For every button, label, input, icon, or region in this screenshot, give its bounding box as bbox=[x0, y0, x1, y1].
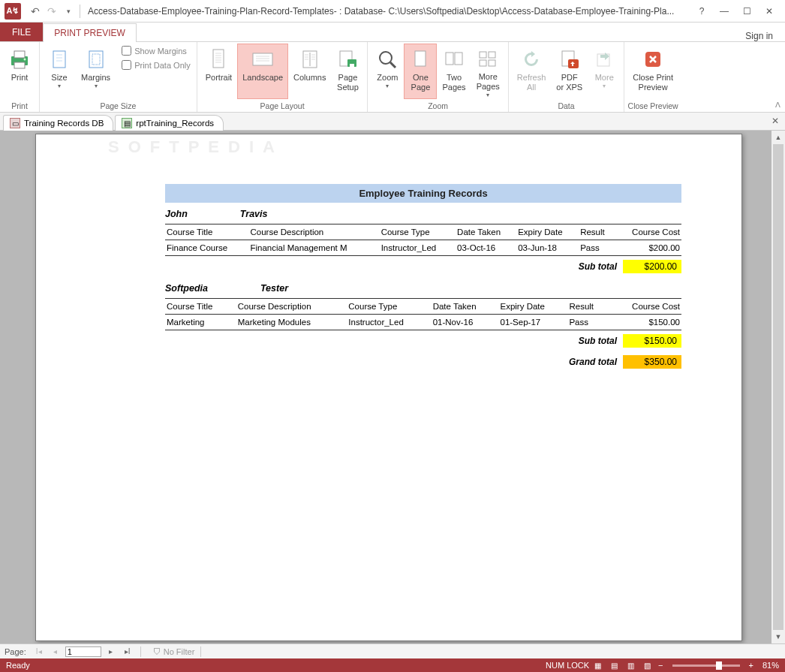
records-table: Course Title Course Description Course T… bbox=[165, 224, 681, 256]
landscape-button[interactable]: Landscape bbox=[237, 44, 288, 99]
print-label: Print bbox=[11, 73, 29, 83]
prev-page-button[interactable]: ◂ bbox=[49, 646, 62, 658]
two-pages-button[interactable]: Two Pages bbox=[437, 44, 471, 99]
subtotal-value: $200.00 bbox=[623, 260, 681, 273]
ribbon-tabstrip: FILE PRINT PREVIEW Sign in bbox=[0, 23, 785, 42]
subtotal-row: Sub total $200.00 bbox=[165, 256, 681, 277]
show-margins-checkbox[interactable]: Show Margins bbox=[119, 44, 194, 58]
help-button[interactable]: ? bbox=[690, 3, 713, 20]
svg-rect-5 bbox=[89, 51, 103, 68]
zoom-thumb[interactable] bbox=[716, 661, 722, 670]
size-button[interactable]: Size▾ bbox=[43, 44, 76, 99]
zoom-button[interactable]: Zoom▾ bbox=[371, 44, 404, 99]
minimize-button[interactable]: — bbox=[713, 3, 735, 20]
svg-rect-19 bbox=[480, 52, 486, 58]
view-design-button[interactable]: ▧ bbox=[639, 659, 655, 671]
page-number-input[interactable] bbox=[65, 646, 101, 657]
print-data-only-checkbox[interactable]: Print Data Only bbox=[119, 58, 194, 72]
view-layout-button[interactable]: ▥ bbox=[622, 659, 639, 671]
close-preview-button[interactable]: Close Print Preview bbox=[627, 44, 678, 99]
more-pages-button[interactable]: More Pages▾ bbox=[471, 44, 505, 99]
next-page-button[interactable]: ▸ bbox=[104, 646, 118, 658]
portrait-button[interactable]: Portrait bbox=[200, 44, 237, 99]
page-setup-button[interactable]: Page Setup bbox=[331, 44, 364, 99]
group-print: Print Print bbox=[0, 42, 40, 112]
qat-customize[interactable]: ▾ bbox=[60, 3, 77, 20]
first-page-button[interactable]: I◂ bbox=[32, 646, 46, 658]
pdf-xps-button[interactable]: PDF or XPS bbox=[551, 44, 588, 99]
columns-button[interactable]: Columns bbox=[288, 44, 331, 99]
group-label-page-layout: Page Layout bbox=[200, 100, 365, 112]
chevron-down-icon: ▾ bbox=[603, 83, 606, 89]
sign-in-link[interactable]: Sign in bbox=[741, 31, 777, 41]
scroll-track[interactable] bbox=[771, 144, 785, 630]
collapse-ribbon-button[interactable]: ᐱ bbox=[775, 101, 780, 109]
svg-point-3 bbox=[24, 59, 26, 61]
zoom-out-button[interactable]: − bbox=[655, 661, 666, 670]
scroll-thumb[interactable] bbox=[773, 144, 783, 630]
zoom-percent: 81% bbox=[762, 661, 779, 670]
zoom-slider[interactable] bbox=[672, 664, 740, 667]
undo-button[interactable]: ↶ bbox=[27, 3, 44, 20]
filter-icon: ⛉ bbox=[153, 647, 161, 656]
maximize-button[interactable]: ☐ bbox=[735, 3, 758, 20]
titlebar: A↯ ↶ ↷ ▾ Access-Database-Employee-Traini… bbox=[0, 0, 785, 23]
zoom-in-button[interactable]: + bbox=[746, 661, 756, 670]
page-label: Page: bbox=[5, 647, 26, 656]
svg-rect-7 bbox=[213, 50, 224, 68]
view-report-button[interactable]: ▦ bbox=[589, 659, 606, 671]
statusbar: Ready NUM LOCK ▦ ▤ ▥ ▧ − + 81% bbox=[0, 658, 785, 672]
close-preview-icon bbox=[642, 47, 663, 71]
group-zoom: Zoom▾ One Page Two Pages More Pages▾ Zoo… bbox=[368, 42, 508, 112]
svg-rect-17 bbox=[446, 53, 453, 65]
group-label-print: Print bbox=[3, 100, 36, 112]
refresh-all-button: Refresh All bbox=[512, 44, 552, 99]
svg-rect-16 bbox=[415, 51, 426, 66]
chevron-down-icon: ▾ bbox=[58, 83, 61, 89]
two-pages-icon bbox=[444, 47, 465, 71]
group-label-page-size: Page Size bbox=[43, 100, 194, 112]
tab-file[interactable]: FILE bbox=[0, 23, 43, 41]
doctab-training-db[interactable]: ▭ Training Records DB bbox=[3, 115, 113, 131]
document-tabs: ▭ Training Records DB ▤ rptTraining_Reco… bbox=[0, 113, 785, 131]
last-page-button[interactable]: ▸I bbox=[121, 646, 134, 658]
close-button[interactable]: ✕ bbox=[758, 3, 780, 20]
tab-print-preview[interactable]: PRINT PREVIEW bbox=[43, 23, 136, 42]
filter-button[interactable]: ⛉ No Filter bbox=[153, 647, 195, 656]
table-header-row: Course Title Course Description Course T… bbox=[165, 299, 681, 315]
printer-icon bbox=[8, 47, 31, 71]
doctab-rpt-training-records[interactable]: ▤ rptTraining_Records bbox=[115, 115, 224, 131]
svg-rect-20 bbox=[489, 52, 495, 58]
svg-rect-22 bbox=[489, 60, 495, 66]
vertical-scrollbar[interactable]: ▲ ▼ bbox=[771, 131, 785, 643]
preview-area[interactable]: SOFTPEDIA Employee Training Records John… bbox=[6, 131, 771, 643]
print-button[interactable]: Print bbox=[3, 44, 36, 99]
columns-icon bbox=[300, 47, 320, 71]
report-icon: ▤ bbox=[122, 118, 132, 128]
redo-button[interactable]: ↷ bbox=[44, 3, 60, 20]
separator bbox=[80, 5, 80, 18]
svg-rect-18 bbox=[455, 53, 462, 65]
svg-rect-1 bbox=[14, 51, 25, 58]
group-label-data: Data bbox=[512, 100, 621, 112]
margins-icon bbox=[86, 47, 106, 71]
view-print-button[interactable]: ▤ bbox=[606, 659, 622, 671]
group-label-zoom: Zoom bbox=[371, 100, 504, 112]
page-setup-icon bbox=[337, 47, 358, 71]
close-tab-button[interactable]: ✕ bbox=[771, 116, 779, 126]
chevron-down-icon: ▾ bbox=[95, 83, 98, 89]
svg-rect-8 bbox=[253, 53, 272, 65]
group-page-layout: Portrait Landscape Columns Page Setup Pa… bbox=[197, 42, 368, 112]
print-page: SOFTPEDIA Employee Training Records John… bbox=[35, 134, 742, 641]
one-page-button[interactable]: One Page bbox=[404, 44, 437, 99]
margins-button[interactable]: Margins▾ bbox=[76, 44, 116, 99]
more-pages-icon bbox=[477, 47, 498, 71]
employee-name: Softpedia Tester bbox=[165, 277, 681, 298]
status-numlock: NUM LOCK bbox=[546, 661, 589, 670]
svg-rect-13 bbox=[350, 64, 354, 68]
scroll-up-button[interactable]: ▲ bbox=[771, 131, 785, 144]
scroll-down-button[interactable]: ▼ bbox=[771, 630, 785, 643]
grandtotal-value: $350.00 bbox=[623, 355, 681, 369]
table-row: Finance Course Financial Management M In… bbox=[165, 240, 681, 256]
more-button: More▾ bbox=[588, 44, 621, 99]
